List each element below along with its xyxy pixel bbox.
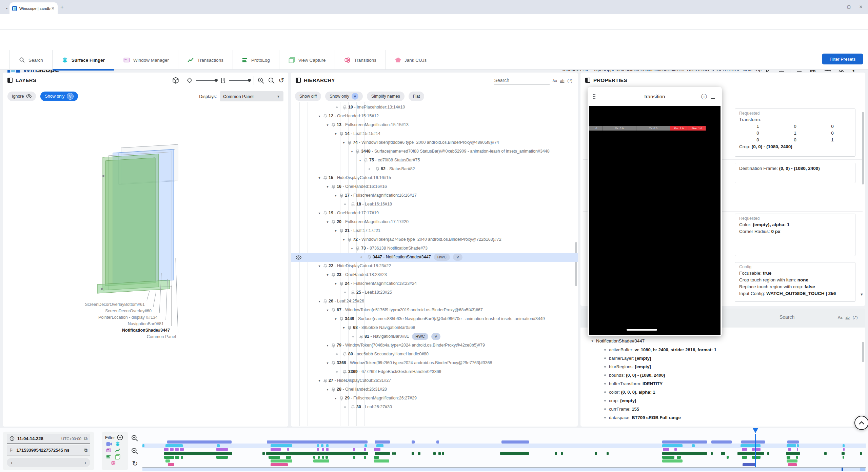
pin-icon[interactable] (350, 202, 356, 207)
timeline-segment[interactable] (692, 444, 695, 447)
timeline-segment[interactable] (555, 452, 557, 455)
protolog-filter-icon[interactable] (106, 454, 111, 459)
zoom-in-icon[interactable] (257, 77, 264, 84)
prev-frame-icon[interactable]: ‹ (11, 460, 12, 465)
timeline-segment[interactable] (662, 440, 707, 444)
timeline-segment[interactable] (165, 444, 183, 447)
match-word-icon[interactable]: ab (845, 315, 849, 319)
flat-chip[interactable]: Flat (409, 92, 425, 101)
timeline-segment[interactable] (317, 448, 319, 451)
timeline-segment[interactable] (287, 448, 289, 451)
timeline-segment[interactable] (313, 459, 329, 463)
pin-icon[interactable] (339, 132, 344, 136)
tab-transactions[interactable]: Transactions (178, 50, 233, 70)
pin-icon[interactable] (347, 326, 352, 330)
hierarchy-row[interactable]: ▾24 - FullscreenMagnification:18:23#24 (291, 279, 578, 288)
scroll-to-top-button[interactable] (854, 416, 868, 430)
timeline-reset-zoom-icon[interactable]: ↻ (131, 459, 139, 468)
hierarchy-row[interactable]: ▾23 - OneHanded:18:23#23 (291, 271, 578, 279)
pin-icon[interactable] (322, 379, 328, 383)
timeline-segment[interactable] (436, 440, 439, 444)
curr-root-row[interactable]: ▾ NotificationShade#3447 (589, 338, 861, 343)
pin-icon[interactable] (363, 158, 369, 163)
curr-property-row[interactable]: color: (0, 0, 0), alpha: 1 (604, 388, 861, 396)
displays-select[interactable]: Common Panel▼ (220, 91, 283, 101)
timeline-segment[interactable] (752, 448, 755, 451)
pin-icon[interactable] (358, 335, 364, 339)
timeline-segment[interactable] (742, 456, 747, 459)
layer-label[interactable]: PointerLocation - display 0#134 (3, 315, 158, 320)
timeline-segment[interactable] (376, 444, 383, 447)
pin-icon[interactable] (322, 299, 328, 304)
timeline-canvas[interactable] (142, 428, 866, 472)
hierarchy-row[interactable]: ▾79 - WindowToken{7046b4a type=2024 andr… (291, 341, 578, 350)
pin-icon[interactable] (342, 352, 348, 357)
timeline-segment[interactable] (595, 452, 597, 455)
screen-recording-window[interactable]: transition ⓘ : 0Xv: 0.0Yv: 0.0Prs: 1.0Si… (588, 87, 722, 336)
expand-arrow-icon[interactable]: ▾ (316, 297, 322, 306)
timeline-zoom-in-icon[interactable] (131, 434, 139, 442)
expand-arrow-icon[interactable]: ▾ (333, 394, 339, 402)
timeline-segment[interactable] (375, 452, 390, 455)
timeline-segment[interactable] (721, 452, 725, 455)
tab-close-icon[interactable]: ✕ (51, 6, 55, 11)
expand-arrow-icon[interactable]: ▾ (324, 341, 331, 350)
time-value[interactable]: 11:04:14.228 (17, 436, 59, 441)
hierarchy-row[interactable]: ▾68 - 885b63e NavigationBar0#68 (291, 323, 578, 332)
hierarchy-row[interactable]: 81 - NavigationBar0#81HWCV (291, 332, 578, 341)
tab-jank-cujs[interactable]: Jank CUJs (386, 50, 436, 70)
timeline-segment[interactable] (501, 440, 529, 444)
hierarchy-row[interactable]: ▾74 - WindowToken{fdddbe6 type=2000 andr… (291, 138, 578, 147)
browser-tab[interactable]: Winscope | sandbox-FAIL ✕ (9, 2, 58, 14)
expand-arrow-icon[interactable]: ▾ (349, 147, 355, 156)
hierarchy-row[interactable]: ▾67 - WindowToken{e5176f9 type=2019 andr… (291, 306, 578, 315)
minimize-icon[interactable] (711, 98, 715, 99)
expand-arrow-icon[interactable]: ▾ (333, 279, 339, 288)
3d-cube-icon[interactable] (172, 77, 179, 84)
timeline-segment[interactable] (374, 448, 380, 451)
hierarchy-row[interactable]: ▾75 - ed70f88 StatusBar#75 (291, 156, 578, 165)
curr-property-row[interactable]: crop: {empty} (604, 396, 861, 405)
expand-arrow-icon[interactable]: ▾ (333, 315, 339, 323)
timeline-segment[interactable] (318, 456, 320, 459)
tab-surface-flinger[interactable]: Surface Flinger (53, 50, 114, 70)
pin-icon[interactable] (367, 255, 372, 260)
visibility-eye-icon[interactable] (296, 255, 301, 260)
timeline-segment[interactable] (364, 456, 366, 459)
timeline-segment[interactable] (286, 456, 291, 459)
timeline-segment[interactable] (216, 456, 228, 459)
rotation-slider[interactable] (196, 80, 217, 81)
timeline-zoom-out-icon[interactable] (131, 447, 139, 455)
timeline-segment[interactable] (607, 452, 609, 455)
timeline-segment[interactable] (860, 452, 862, 455)
recording-window-titlebar[interactable]: transition ⓘ (588, 87, 722, 106)
expand-arrow-icon[interactable]: ▾ (324, 271, 331, 279)
hierarchy-row[interactable]: 3447 - NotificationShade#3447HWCV (291, 253, 578, 262)
transitions-filter-icon[interactable] (111, 460, 116, 466)
expand-arrow-icon[interactable]: ▾ (589, 339, 595, 343)
pin-icon[interactable] (331, 220, 336, 224)
pin-icon[interactable] (331, 273, 336, 277)
timeline-segment[interactable] (217, 444, 220, 447)
curr-scrollbar[interactable] (862, 342, 864, 362)
curr-property-row[interactable]: bounds: (0, 0) - (1080, 2400) (604, 371, 861, 379)
timeline-segment[interactable] (216, 448, 228, 451)
timeline-segment[interactable] (742, 448, 747, 451)
timeline-segment[interactable] (168, 463, 174, 466)
hierarchy-row[interactable]: 30 - Leaf:26:27#30 (291, 403, 578, 412)
hierarchy-row[interactable]: 3369 - 67726bf EdgeBackGestureHandler0#3… (291, 368, 578, 376)
timeline-segment[interactable] (412, 440, 415, 444)
hierarchy-row[interactable]: ▾27 - HideDisplayCutout:26:31#27 (291, 376, 578, 385)
pin-icon[interactable] (350, 291, 356, 295)
screen-recording-filter-icon[interactable] (106, 442, 112, 446)
timeline-segment[interactable] (164, 456, 174, 459)
timeline-segment[interactable] (438, 452, 440, 455)
timeline-segment[interactable] (271, 459, 292, 463)
timeline-segment[interactable] (787, 440, 799, 444)
pin-icon[interactable] (347, 141, 352, 145)
timeline-segment[interactable] (175, 456, 179, 459)
expand-arrow-icon[interactable]: ▾ (341, 235, 347, 244)
timeline-segment[interactable] (741, 444, 761, 447)
pin-icon[interactable] (339, 194, 344, 198)
simplify-names-chip[interactable]: Simplify names (367, 92, 405, 101)
